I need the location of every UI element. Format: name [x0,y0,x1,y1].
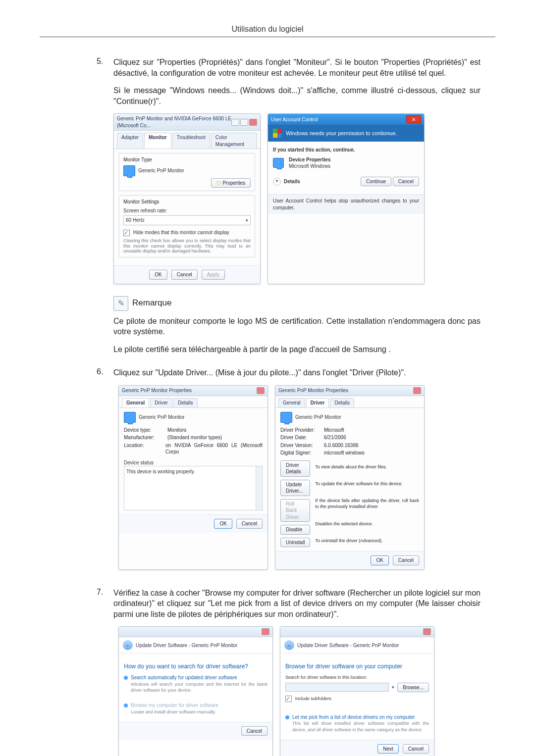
monitor-type-group: Monitor Type [123,156,251,163]
rollback-driver-button[interactable]: Roll Back Driver [280,499,310,522]
monitor-icon [123,165,135,176]
chevron-down-icon[interactable]: ▾ [273,178,281,186]
tab-troubleshoot[interactable]: Troubleshoot [172,133,210,149]
refresh-rate-select[interactable]: 60 Hertz▾ [123,215,251,225]
step-number: 6. [97,367,113,581]
next-button[interactable]: Next [377,744,399,754]
uninstall-button[interactable]: Uninstall [280,538,310,548]
step-6-text: Cliquez sur "Update Driver... (Mise à jo… [113,367,481,378]
remark-text-2: Le pilote certifié sera téléchargeable à… [113,344,481,355]
close-icon[interactable] [257,387,265,394]
cancel-button[interactable]: Cancel [393,555,419,565]
ok-button[interactable]: OK [149,270,167,280]
driver-details-button[interactable]: Driver Details [280,460,310,477]
uac-dialog: User Account Control ✕ Windows needs you… [268,113,425,284]
scrollbar[interactable] [256,466,262,510]
remark-block: ✎ Remarque [113,296,481,311]
monitor-name: Generic PnP Monitor [138,167,184,174]
disable-button[interactable]: Disable [280,525,310,535]
cancel-button[interactable]: Cancel [393,177,419,187]
properties-button[interactable]: 🛡 Properties [211,178,251,188]
remark-title: Remarque [132,298,171,309]
wizard-heading: How do you want to search for driver sof… [124,662,268,670]
tab-details[interactable]: Details [330,398,354,407]
ok-button[interactable]: OK [371,555,388,565]
properties-driver-dialog: Generic PnP Monitor Properties General D… [275,385,425,570]
uninstall-desc: To uninstall the driver (Advanced). [315,538,419,544]
tab-details[interactable]: Details [173,398,198,407]
tab-adapter[interactable]: Adapter [117,133,143,149]
close-icon[interactable]: ✕ [406,115,421,123]
maximize-icon[interactable] [240,119,248,126]
tab-color-management[interactable]: Color Management [211,133,257,149]
cancel-button[interactable]: Cancel [241,726,268,736]
cancel-button[interactable]: Cancel [171,270,198,280]
driver-details-desc: To view details about the driver files. [315,464,419,470]
monitor-icon [124,412,136,423]
tab-driver[interactable]: Driver [306,398,329,407]
tab-general[interactable]: General [122,398,149,407]
step-5: 5. Cliquez sur "Properties (Propriétés)"… [97,57,481,361]
monitor-settings-group: Monitor Settings [123,199,251,205]
wizard-breadcrumb: Update Driver Software - Generic PnP Mon… [297,642,399,649]
hide-modes-checkbox[interactable] [123,230,130,236]
continue-button[interactable]: Continue [361,177,391,187]
arrow-icon [285,715,289,719]
wizard-breadcrumb: Update Driver Software - Generic PnP Mon… [136,642,237,649]
chevron-down-icon[interactable]: ▾ [392,684,394,690]
details-toggle[interactable]: Details [284,178,300,185]
dialog-title: Generic PnP Monitor Properties [122,387,192,394]
update-wizard-browse: ← Update Driver Software - Generic PnP M… [280,626,434,756]
update-driver-button[interactable]: Update Driver... [280,480,310,496]
option-browse-computer[interactable]: Browse my computer for driver software L… [124,702,268,715]
include-subfolders-label: Include subfolders [295,696,331,701]
step-number: 7. [97,588,113,756]
arrow-icon [124,676,128,680]
location-input[interactable] [285,683,389,692]
uac-title: User Account Control [271,116,318,123]
uac-program: Device Properties [289,156,331,163]
chevron-down-icon: ▾ [246,217,248,223]
monitor-icon [280,412,292,423]
remark-text-1: Ce pilote de moniteur comporte le logo M… [113,316,481,337]
step-7: 7. Vérifiez la case à cocher "Browse my … [97,588,481,756]
device-status-box: This device is working properly. [124,466,263,510]
wizard-heading: Browse for driver software on your compu… [285,662,429,670]
arrow-icon [124,704,128,707]
dialog-title: Generic PnP Monitor Properties [278,387,348,394]
rollback-desc: If the device fails after updating the d… [315,498,419,509]
hide-modes-desc: Clearing this check box allows you to se… [123,238,251,254]
step-7-text: Vérifiez la case à cocher "Browse my com… [113,588,481,620]
uac-message: Windows needs your permission to contion… [286,130,397,137]
tab-monitor[interactable]: Monitor [144,133,171,149]
back-icon[interactable]: ← [123,640,133,650]
minimize-icon[interactable] [231,119,239,126]
option-search-auto[interactable]: Search automatically for updated driver … [124,674,268,693]
shield-icon [273,129,282,138]
step-6: 6. Cliquez sur "Update Driver... (Mise à… [97,367,481,581]
close-icon[interactable] [413,387,421,394]
disable-desc: Disables the selected device. [315,521,419,527]
uac-vendor: Microsoft Windows [289,163,331,170]
device-name: Generic PnP Monitor [139,414,185,421]
tab-general[interactable]: General [278,398,305,407]
refresh-rate-label: Screen refresh rate: [123,207,251,214]
device-status-label: Device status [124,459,263,466]
update-wizard-search: ← Update Driver Software - Generic PnP M… [118,626,273,756]
properties-general-dialog: Generic PnP Monitor Properties General D… [118,385,268,570]
uac-footer: User Account Control helps stop unauthor… [268,194,424,214]
ok-button[interactable]: OK [214,519,232,529]
back-icon[interactable]: ← [284,640,294,650]
note-icon: ✎ [113,296,128,311]
close-icon[interactable] [249,119,257,126]
browse-button[interactable]: Browse... [397,683,429,693]
apply-button[interactable]: Apply [202,270,225,280]
option-pick-from-list[interactable]: Let me pick from a list of device driver… [285,714,429,733]
include-subfolders-checkbox[interactable] [285,696,292,702]
cancel-button[interactable]: Cancel [403,744,429,754]
tab-driver[interactable]: Driver [150,398,172,407]
close-icon[interactable] [262,628,269,635]
program-icon [273,158,284,168]
cancel-button[interactable]: Cancel [236,519,263,529]
close-icon[interactable] [423,628,431,635]
